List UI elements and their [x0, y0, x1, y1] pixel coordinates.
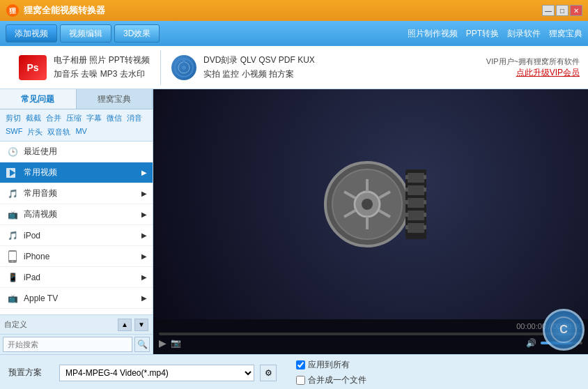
tag-subtitle[interactable]: 字幕 — [85, 112, 103, 124]
volume-icon[interactable]: 🔊 — [526, 338, 536, 348]
merge-checkbox[interactable] — [296, 376, 305, 385]
cat-ipod[interactable]: 🎵 iPod ▶ — [0, 225, 153, 246]
svg-rect-31 — [405, 225, 408, 229]
tab-common-questions[interactable]: 常见问题 — [0, 89, 77, 109]
svg-point-14 — [362, 199, 373, 210]
common-audio-icon: 🎵 — [6, 188, 20, 199]
cat-psp[interactable]: 🎮 PSP ▶ — [0, 309, 153, 314]
recent-icon: 🕒 — [6, 146, 20, 158]
tag-compress[interactable]: 压缩 — [65, 112, 83, 124]
svg-rect-26 — [408, 223, 424, 233]
cat-ipad[interactable]: 📱 iPad ▶ — [0, 267, 153, 288]
cat-hd-video[interactable]: 📺 高清视频 ▶ — [0, 204, 153, 225]
arrow-icon: ▶ — [141, 169, 147, 176]
category-menu: 🕒 最近使用 常用视频 ▶ MP4 — [0, 142, 153, 314]
svg-rect-9 — [9, 252, 16, 260]
vip-section: VIP用户~拥有狸窝所有软件 点此升级VIP会员 — [486, 56, 580, 79]
preset-label: 预置方案 — [8, 367, 54, 379]
preview-video-area — [153, 89, 588, 319]
tag-screenshot[interactable]: 截截 — [24, 112, 42, 124]
svg-rect-25 — [408, 211, 424, 220]
maximize-button[interactable]: □ — [556, 5, 568, 16]
monitor-link[interactable]: 实拍 监控 小视频 拍方案 — [203, 68, 315, 80]
svg-rect-22 — [408, 173, 424, 183]
tag-header[interactable]: 片头 — [26, 126, 44, 138]
window-controls: — □ ✕ — [542, 5, 582, 16]
svg-rect-35 — [424, 213, 426, 217]
ipod-icon: 🎵 — [6, 230, 20, 241]
cat-iphone[interactable]: iPhone ▶ — [0, 246, 153, 267]
top-toolbar: 添加视频 视频编辑 3D效果 照片制作视频 PPT转换 刻录软件 狸窝宝典 — [0, 21, 588, 46]
svg-rect-29 — [405, 200, 408, 204]
preset-row: 预置方案 MP4-MPEG-4 Video(*.mp4) ⚙ 应用到所有 合并成… — [8, 359, 580, 386]
iphone-icon — [6, 251, 20, 262]
progress-bar[interactable] — [159, 333, 582, 335]
photo-ppt-link[interactable]: 电子相册 照片 PPT转视频 — [54, 54, 150, 66]
tag-cut[interactable]: 剪切 — [4, 112, 22, 124]
svg-rect-28 — [405, 188, 408, 192]
svg-text:C: C — [559, 323, 568, 335]
top-banner: Ps 电子相册 照片 PPT转视频 加音乐 去噪 MP3 去水印 DVD刻录 Q… — [0, 46, 588, 89]
film-reel-graphic — [308, 155, 433, 253]
merge-row: 合并成一个文件 — [296, 374, 366, 386]
photo-video-link[interactable]: 照片制作视频 — [408, 28, 458, 40]
cat-recent[interactable]: 🕒 最近使用 — [0, 142, 153, 162]
liwobao-link[interactable]: 狸窝宝典 — [549, 28, 582, 40]
apply-all-row: 应用到所有 — [296, 359, 366, 371]
banner-left: Ps 电子相册 照片 PPT转视频 加音乐 去噪 MP3 去水印 — [8, 46, 160, 89]
sidebar-tags: 剪切 截截 合并 压缩 字幕 微信 消音 SWF 片头 双音轨 MV — [0, 109, 153, 142]
preset-select[interactable]: MP4-MPEG-4 Video(*.mp4) — [59, 365, 254, 381]
audio-watermark-link[interactable]: 加音乐 去噪 MP3 去水印 — [54, 68, 150, 80]
nav-down-button[interactable]: ▼ — [134, 319, 148, 331]
3d-effect-button[interactable]: 3D效果 — [114, 24, 160, 43]
bottom-settings: 预置方案 MP4-MPEG-4 Video(*.mp4) ⚙ 应用到所有 合并成… — [0, 354, 588, 389]
customize-label[interactable]: 自定义 — [4, 319, 27, 330]
cat-apple-tv[interactable]: 📺 Apple TV ▶ — [0, 288, 153, 309]
tag-wechat[interactable]: 微信 — [105, 112, 123, 124]
video-edit-button[interactable]: 视频编辑 — [60, 24, 111, 43]
tag-swf[interactable]: SWF — [4, 126, 24, 138]
control-row: ▶ 📷 🔊 — [159, 337, 582, 349]
play-button[interactable]: ▶ — [159, 337, 167, 349]
ppt-convert-link[interactable]: PPT转换 — [466, 28, 499, 40]
svg-rect-30 — [405, 213, 408, 217]
nav-up-button[interactable]: ▲ — [118, 319, 132, 331]
svg-rect-24 — [408, 198, 424, 208]
svg-rect-32 — [424, 175, 426, 179]
tag-merge[interactable]: 合并 — [45, 112, 63, 124]
time-display: 00:00:00 / 00:00:00 — [159, 322, 582, 330]
minimize-button[interactable]: — — [542, 5, 555, 16]
svg-rect-5 — [183, 59, 185, 63]
cat-common-audio[interactable]: 🎵 常用音频 ▶ — [0, 183, 153, 204]
right-checkboxes: 应用到所有 合并成一个文件 — [296, 359, 366, 386]
tag-dual-audio[interactable]: 双音轨 — [46, 126, 72, 138]
svg-rect-34 — [424, 200, 426, 204]
hd-icon: 📺 — [6, 209, 20, 220]
svg-text:狸: 狸 — [8, 7, 17, 15]
apply-all-checkbox[interactable] — [296, 360, 305, 369]
burn-software-link[interactable]: 刻录软件 — [507, 28, 541, 40]
add-video-button[interactable]: 添加视频 — [6, 24, 57, 43]
svg-point-4 — [182, 66, 186, 70]
cat-common-video[interactable]: 常用视频 ▶ MP4 MP4-MPEG-4 Video(*.mp4) 为网络广播… — [0, 162, 153, 183]
vip-upgrade-link[interactable]: 点此升级VIP会员 — [486, 67, 580, 79]
dvd-burn-link[interactable]: DVD刻录 QLV QSV PDF KUX — [203, 54, 315, 66]
search-input[interactable] — [3, 337, 132, 352]
toolbar-right-links: 照片制作视频 PPT转换 刻录软件 狸窝宝典 — [408, 28, 582, 40]
search-button[interactable]: 🔍 — [134, 337, 150, 352]
preset-settings-button[interactable]: ⚙ — [260, 365, 277, 381]
ipad-icon: 📱 — [6, 272, 20, 283]
close-button[interactable]: ✕ — [570, 5, 582, 16]
banner-right: DVD刻录 QLV QSV PDF KUX 实拍 监控 小视频 拍方案 — [161, 46, 325, 89]
preview-controls: 00:00:00 / 00:00:00 ▶ 📷 🔊 — [153, 319, 588, 354]
tab-liwobao[interactable]: 狸窝宝典 — [77, 89, 153, 109]
tag-mv[interactable]: MV — [74, 126, 88, 138]
svg-rect-36 — [424, 225, 426, 229]
apply-all-label: 应用到所有 — [308, 359, 350, 371]
svg-rect-33 — [424, 188, 426, 192]
snapshot-icon[interactable]: 📷 — [171, 338, 181, 348]
tag-mute[interactable]: 消音 — [125, 112, 144, 124]
banner-left-links: 电子相册 照片 PPT转视频 加音乐 去噪 MP3 去水印 — [54, 54, 150, 80]
vip-text: VIP用户~拥有狸窝所有软件 — [486, 56, 580, 67]
search-row: 🔍 — [0, 334, 153, 354]
